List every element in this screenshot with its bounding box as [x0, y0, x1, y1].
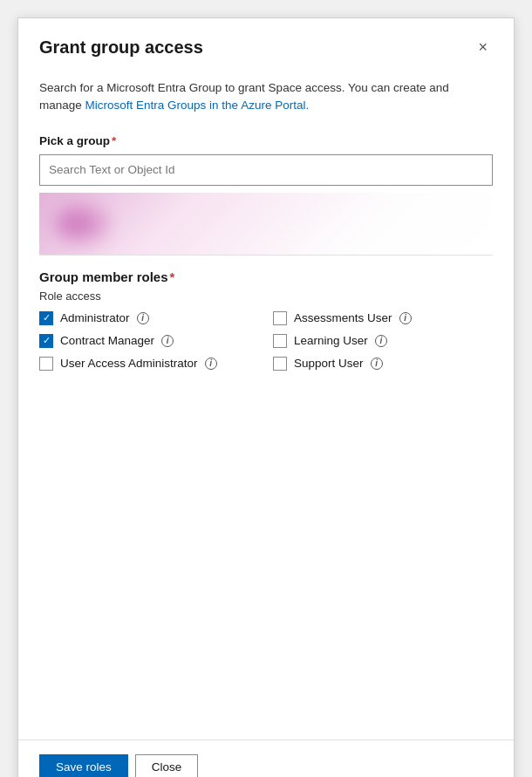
description-text: Search for a Microsoft Entra Group to gr… — [39, 79, 493, 115]
group-roles-section: Group member roles* Role access ✓ Admini… — [39, 269, 493, 371]
info-icon-learning-user[interactable]: i — [375, 335, 387, 347]
role-label-user-access-administrator: User Access Administrator — [60, 357, 198, 370]
azure-portal-link[interactable]: Microsoft Entra Groups in the Azure Port… — [85, 99, 310, 112]
checkmark-contract-manager: ✓ — [43, 336, 51, 345]
role-label-support-user: Support User — [294, 357, 364, 370]
checkbox-learning-user[interactable] — [273, 334, 287, 348]
role-item-user-access-administrator[interactable]: User Access Administrator i — [39, 357, 259, 371]
role-item-contract-manager[interactable]: ✓ Contract Manager i — [39, 334, 259, 348]
info-icon-user-access-administrator[interactable]: i — [205, 358, 217, 370]
required-indicator: * — [112, 134, 116, 147]
preview-blob — [53, 200, 114, 248]
dialog-body: Search for a Microsoft Entra Group to gr… — [18, 72, 514, 740]
role-label-assessments-user: Assessments User — [294, 311, 392, 324]
dialog-footer: Save roles Close — [18, 740, 514, 777]
dialog-title: Grant group access — [39, 37, 203, 58]
checkbox-contract-manager[interactable]: ✓ — [39, 334, 53, 348]
checkbox-administrator[interactable]: ✓ — [39, 311, 53, 325]
group-roles-title: Group member roles* — [39, 269, 493, 284]
close-icon-button[interactable]: × — [473, 36, 493, 58]
role-item-learning-user[interactable]: Learning User i — [273, 334, 493, 348]
info-icon-administrator[interactable]: i — [137, 312, 149, 324]
role-access-label: Role access — [39, 290, 493, 303]
checkbox-user-access-administrator[interactable] — [39, 357, 53, 371]
role-item-assessments-user[interactable]: Assessments User i — [273, 311, 493, 325]
info-icon-contract-manager[interactable]: i — [161, 335, 174, 347]
grant-group-access-dialog: Grant group access × Search for a Micros… — [17, 17, 515, 777]
role-item-administrator[interactable]: ✓ Administrator i — [39, 311, 259, 325]
pick-group-label: Pick a group* — [39, 134, 493, 147]
checkbox-assessments-user[interactable] — [273, 311, 287, 325]
info-icon-support-user[interactable]: i — [371, 358, 383, 370]
role-item-support-user[interactable]: Support User i — [273, 357, 493, 371]
roles-grid: ✓ Administrator i Assessments User i ✓ — [39, 311, 493, 371]
roles-required-indicator: * — [170, 269, 175, 284]
close-button[interactable]: Close — [135, 754, 199, 777]
search-input[interactable] — [39, 154, 493, 186]
save-roles-button[interactable]: Save roles — [39, 754, 128, 777]
info-icon-assessments-user[interactable]: i — [399, 312, 412, 324]
search-preview-area — [39, 193, 493, 256]
role-label-learning-user: Learning User — [294, 334, 368, 347]
checkmark-administrator: ✓ — [43, 313, 51, 323]
checkbox-support-user[interactable] — [273, 357, 287, 371]
dialog-header: Grant group access × — [18, 18, 514, 72]
role-label-administrator: Administrator — [60, 311, 130, 324]
role-label-contract-manager: Contract Manager — [60, 334, 154, 347]
